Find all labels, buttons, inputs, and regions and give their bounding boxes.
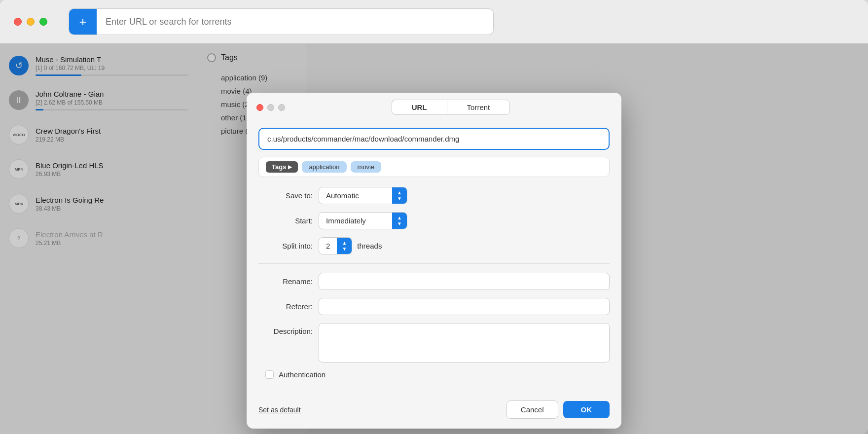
dialog-footer: Set as default Cancel OK	[247, 400, 621, 429]
dialog-maximize-button[interactable]	[278, 104, 285, 111]
rename-label: Rename:	[258, 277, 313, 286]
modal-overlay: URL Torrent Tags ▶ application	[0, 43, 868, 434]
save-to-stepper[interactable]: ▲ ▼	[392, 187, 407, 204]
split-value: 2	[319, 238, 337, 254]
tag-pill-application[interactable]: application	[302, 161, 346, 173]
chevron-down-icon: ▼	[342, 247, 347, 252]
split-into-row: Split into: 2 ▲ ▼ threads	[258, 237, 610, 254]
save-to-row: Save to: Automatic ▲ ▼	[258, 187, 610, 204]
description-row: Description:	[258, 323, 610, 362]
dialog-content: Tags ▶ application movie Save to: Automa…	[247, 120, 621, 400]
rename-input[interactable]	[319, 273, 610, 290]
traffic-lights	[14, 18, 47, 26]
referer-label: Referer:	[258, 302, 313, 311]
start-row: Start: Immediately ▲ ▼	[258, 212, 610, 229]
chevron-down-icon: ▼	[397, 196, 402, 201]
cancel-button[interactable]: Cancel	[506, 400, 558, 419]
ok-button[interactable]: OK	[563, 401, 610, 418]
dialog-traffic-lights	[256, 104, 285, 111]
dialog-tabs: URL Torrent	[300, 100, 602, 115]
add-button[interactable]: +	[69, 9, 97, 35]
chevron-down-icon: ▼	[397, 221, 402, 226]
tags-row: Tags ▶ application movie	[258, 157, 610, 177]
description-input[interactable]	[319, 323, 610, 362]
plus-icon: +	[79, 15, 86, 28]
split-stepper[interactable]: 2 ▲ ▼	[319, 237, 352, 254]
start-select[interactable]: Immediately ▲ ▼	[319, 212, 407, 229]
save-to-label: Save to:	[258, 191, 313, 200]
divider	[258, 263, 610, 264]
app-window: + ↺ Muse - Simulation T [1] 0 of 160.72 …	[0, 0, 868, 434]
referer-input[interactable]	[319, 298, 610, 315]
tags-btn-label: Tags	[272, 163, 286, 171]
save-to-select[interactable]: Automatic ▲ ▼	[319, 187, 407, 204]
url-input[interactable]	[258, 128, 610, 150]
search-bar: +	[69, 9, 493, 35]
content-area: ↺ Muse - Simulation T [1] 0 of 160.72 MB…	[0, 43, 868, 434]
dialog-close-button[interactable]	[256, 104, 263, 111]
dialog-minimize-button[interactable]	[267, 104, 274, 111]
threads-wrap: 2 ▲ ▼ threads	[319, 237, 382, 254]
split-into-label: Split into:	[258, 242, 313, 250]
tags-dropdown-button[interactable]: Tags ▶	[266, 161, 298, 173]
chevron-right-icon: ▶	[288, 164, 292, 170]
description-label: Description:	[258, 327, 313, 335]
maximize-traffic-light[interactable]	[39, 18, 47, 26]
start-value: Immediately	[319, 213, 392, 229]
minimize-traffic-light[interactable]	[27, 18, 35, 26]
auth-label: Authentication	[279, 370, 326, 379]
dialog-titlebar: URL Torrent	[247, 93, 621, 120]
set-default-link[interactable]: Set as default	[258, 406, 502, 414]
tag-pill-movie[interactable]: movie	[351, 161, 382, 173]
close-traffic-light[interactable]	[14, 18, 22, 26]
chevron-up-icon: ▲	[397, 190, 402, 195]
chevron-up-icon: ▲	[397, 216, 402, 220]
title-bar: +	[0, 0, 868, 43]
search-input[interactable]	[97, 9, 493, 35]
auth-checkbox[interactable]	[265, 370, 274, 379]
auth-row: Authentication	[258, 370, 610, 379]
threads-label: threads	[357, 242, 382, 250]
start-label: Start:	[258, 217, 313, 225]
rename-row: Rename:	[258, 273, 610, 290]
save-to-value: Automatic	[319, 187, 392, 204]
split-stepper-btn[interactable]: ▲ ▼	[337, 238, 352, 254]
add-download-dialog: URL Torrent Tags ▶ application	[247, 93, 621, 429]
tab-url[interactable]: URL	[392, 100, 447, 115]
start-stepper[interactable]: ▲ ▼	[392, 213, 407, 229]
tab-torrent[interactable]: Torrent	[447, 100, 510, 115]
chevron-up-icon: ▲	[342, 241, 347, 246]
referer-row: Referer:	[258, 298, 610, 315]
